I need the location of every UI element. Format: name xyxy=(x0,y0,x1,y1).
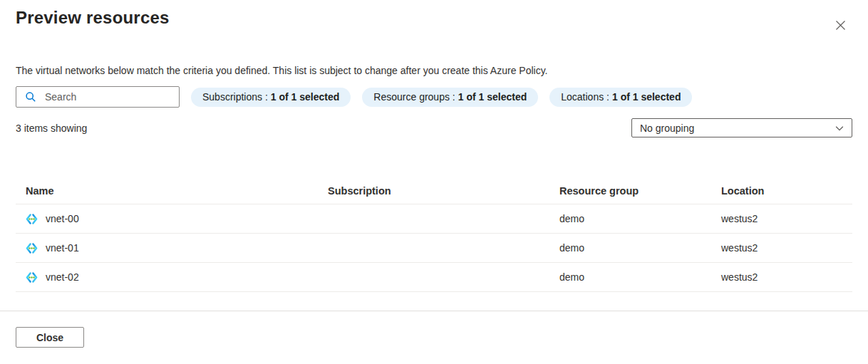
meta-row: 3 items showing No grouping xyxy=(16,118,852,137)
page-title: Preview resources xyxy=(16,7,852,28)
filter-toolbar: Subscriptions : 1 of 1 selected Resource… xyxy=(16,86,852,108)
filter-label: Locations : xyxy=(561,91,609,103)
search-icon xyxy=(25,91,36,103)
grouping-selected-value: No grouping xyxy=(640,123,694,134)
close-icon xyxy=(835,20,846,31)
resource-name: vnet-02 xyxy=(46,271,79,283)
resource-group-cell: demo xyxy=(559,242,721,254)
column-header-resource-group[interactable]: Resource group xyxy=(559,185,721,197)
column-header-location[interactable]: Location xyxy=(721,185,852,197)
location-cell: westus2 xyxy=(721,242,852,254)
virtual-network-icon xyxy=(26,242,38,254)
resource-name: vnet-00 xyxy=(46,213,79,224)
panel-description: The virtual networks below match the cri… xyxy=(16,64,852,77)
resource-group-cell: demo xyxy=(559,271,721,283)
search-box[interactable] xyxy=(16,86,180,108)
resource-group-cell: demo xyxy=(559,213,721,224)
chevron-down-icon xyxy=(835,123,844,133)
virtual-network-icon xyxy=(26,271,38,284)
close-button[interactable]: Close xyxy=(16,327,84,348)
footer-divider xyxy=(0,311,868,311)
locations-filter-pill[interactable]: Locations : 1 of 1 selected xyxy=(549,88,692,107)
grouping-dropdown[interactable]: No grouping xyxy=(631,118,852,137)
subscriptions-filter-pill[interactable]: Subscriptions : 1 of 1 selected xyxy=(191,88,351,107)
filter-label: Resource groups : xyxy=(373,91,455,103)
preview-resources-panel: Preview resources The virtual networks b… xyxy=(0,7,868,364)
filter-value: 1 of 1 selected xyxy=(271,91,340,103)
items-count: 3 items showing xyxy=(16,123,87,134)
table-header-row: Name Subscription Resource group Locatio… xyxy=(16,178,852,204)
column-header-subscription[interactable]: Subscription xyxy=(328,185,559,197)
location-cell: westus2 xyxy=(721,213,852,224)
filter-value: 1 of 1 selected xyxy=(458,91,527,103)
filter-label: Subscriptions : xyxy=(202,91,268,103)
close-panel-button[interactable] xyxy=(832,17,848,33)
resources-table: Name Subscription Resource group Locatio… xyxy=(16,178,852,292)
table-row[interactable]: vnet-02 demo westus2 xyxy=(16,263,852,292)
filter-value: 1 of 1 selected xyxy=(612,91,681,103)
search-input[interactable] xyxy=(45,91,173,103)
table-row[interactable]: vnet-00 demo westus2 xyxy=(16,204,852,234)
column-header-name[interactable]: Name xyxy=(16,185,328,197)
resource-groups-filter-pill[interactable]: Resource groups : 1 of 1 selected xyxy=(362,88,538,107)
location-cell: westus2 xyxy=(721,271,852,283)
table-row[interactable]: vnet-01 demo westus2 xyxy=(16,234,852,263)
virtual-network-icon xyxy=(26,213,38,225)
resource-name: vnet-01 xyxy=(46,242,79,254)
